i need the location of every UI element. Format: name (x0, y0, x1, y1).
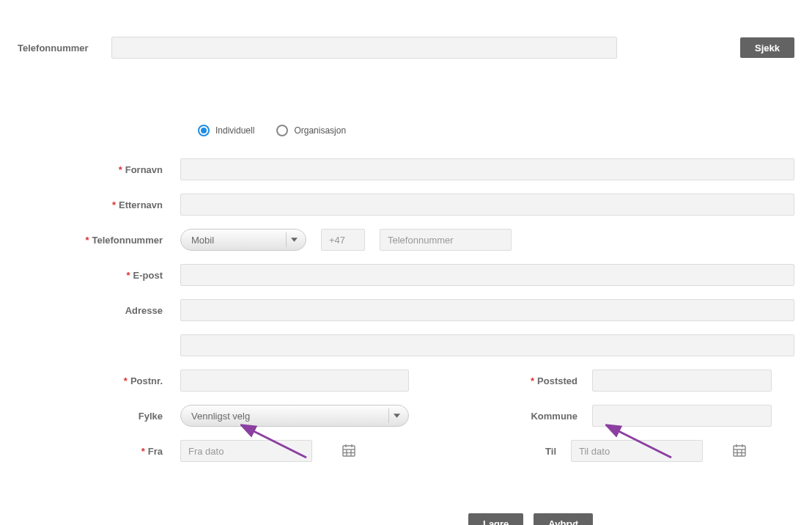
county-value: Vennligst velg (191, 411, 250, 422)
address-label: Adresse (18, 305, 180, 316)
city-label: *Poststed (497, 375, 592, 386)
address-input-1[interactable] (180, 299, 794, 321)
country-code-input[interactable] (321, 229, 365, 251)
chevron-down-icon (388, 408, 405, 423)
phone-lookup-label: Telefonnummer (18, 43, 111, 54)
svg-rect-7 (734, 446, 745, 456)
from-date-input[interactable] (180, 440, 312, 462)
action-buttons: Lagre Avbryt (267, 513, 794, 525)
chevron-down-icon (286, 232, 302, 247)
last-name-input[interactable] (180, 194, 794, 216)
phone-lookup-row: Telefonnummer Sjekk (18, 37, 794, 59)
municipality-input[interactable] (592, 405, 772, 427)
county-label: Fylke (18, 411, 180, 422)
to-label: Til (476, 446, 571, 457)
first-name-label: *Fornavn (18, 164, 180, 175)
radio-icon (198, 125, 210, 136)
svg-rect-0 (343, 446, 355, 456)
check-button[interactable]: Sjekk (740, 37, 794, 58)
customer-type-group: Individuell Organisasjon (198, 125, 794, 136)
email-label: *E-post (18, 270, 180, 281)
radio-individual[interactable]: Individuell (198, 125, 254, 136)
radio-label: Individuell (215, 125, 254, 136)
from-label: *Fra (18, 446, 180, 457)
phone-lookup-input[interactable] (111, 37, 617, 59)
calendar-icon[interactable] (732, 443, 747, 460)
address-input-2[interactable] (180, 334, 794, 356)
radio-icon (276, 125, 288, 136)
cancel-button[interactable]: Avbryt (534, 513, 593, 525)
save-button[interactable]: Lagre (468, 513, 523, 525)
radio-organization[interactable]: Organisasjon (276, 125, 346, 136)
municipality-label: Kommune (497, 411, 592, 422)
calendar-icon[interactable] (342, 443, 356, 460)
last-name-label: *Etternavn (18, 199, 180, 210)
first-name-input[interactable] (180, 158, 794, 180)
postal-label: *Postnr. (18, 375, 180, 386)
city-input[interactable] (592, 370, 772, 392)
to-date-input[interactable] (571, 440, 703, 462)
email-input[interactable] (180, 264, 794, 286)
phone-label: *Telefonnummer (18, 235, 180, 246)
phone-number-input[interactable] (380, 229, 512, 251)
county-select[interactable]: Vennligst velg (180, 405, 409, 427)
postal-input[interactable] (180, 370, 409, 392)
radio-label: Organisasjon (294, 125, 346, 136)
phone-type-value: Mobil (191, 235, 214, 246)
phone-type-select[interactable]: Mobil (180, 229, 306, 251)
